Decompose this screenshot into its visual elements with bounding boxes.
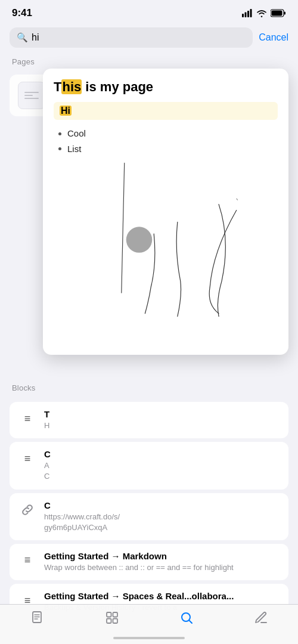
search-input[interactable]: hi (32, 32, 39, 43)
tab-search-icon (179, 611, 194, 627)
bullet-list: Cool List (58, 126, 278, 156)
popup-card: This is my page Hi Cool List (43, 69, 288, 355)
block-icon-2: ≡ (18, 449, 37, 468)
tab-documents-icon (30, 611, 45, 627)
popup-title-after: is my page (82, 79, 153, 94)
status-time: 9:41 (12, 7, 32, 19)
bullet-dot-1 (58, 132, 61, 135)
sketch-area (54, 162, 278, 323)
svg-rect-16 (107, 619, 111, 624)
svg-rect-2 (247, 11, 249, 17)
block-item-link[interactable]: C https://www.craft.do/s/gy6m6pUAYiCxqA (10, 493, 288, 540)
svg-rect-3 (250, 9, 252, 17)
search-icon: 🔍 (17, 32, 28, 43)
home-indicator (113, 637, 185, 639)
bullet-text-cool: Cool (67, 126, 86, 141)
block-sub-2: AC (44, 460, 280, 482)
tab-search[interactable] (169, 611, 204, 627)
pages-list: This is my page Hi This is my page Hi Co… (0, 69, 298, 379)
tab-documents[interactable] (20, 611, 55, 627)
search-bar-container: 🔍 hi Cancel (0, 23, 298, 52)
pages-section-label: Pages (0, 52, 298, 69)
block-title-link: C (44, 500, 280, 510)
svg-rect-0 (242, 14, 244, 17)
page-card-thumbnail (18, 82, 45, 109)
svg-line-7 (122, 163, 125, 293)
result-info-1: Getting Started → Markdown Wrap words be… (44, 551, 280, 573)
block-sub-link: https://www.craft.do/s/gy6m6pUAYiCxqA (44, 512, 280, 533)
blocks-section-label: Blocks (0, 379, 298, 395)
bullet-text-list: List (67, 141, 81, 157)
hi-highlight: Hi (60, 106, 72, 116)
wifi-icon (256, 9, 267, 17)
svg-rect-1 (245, 13, 247, 18)
result-sub-1: Wrap words between :: and :: or == and =… (44, 562, 280, 573)
bullet-item-cool: Cool (58, 126, 278, 141)
popup-title-highlight: his (61, 79, 82, 94)
tab-compose[interactable] (243, 611, 279, 627)
svg-rect-6 (272, 11, 283, 16)
result-icon-1: ≡ (18, 551, 37, 570)
svg-line-9 (237, 199, 238, 200)
result-item-1[interactable]: ≡ Getting Started → Markdown Wrap words … (10, 544, 288, 580)
hi-block: Hi (54, 102, 278, 120)
block-item-1[interactable]: ≡ T H (10, 402, 288, 438)
tab-compose-icon (254, 611, 268, 627)
block-item-2[interactable]: ≡ C AC (10, 442, 288, 489)
status-icons (242, 9, 286, 17)
battery-icon (271, 9, 286, 17)
svg-rect-5 (284, 12, 286, 15)
block-info-2: C AC (44, 449, 280, 482)
block-sub-1: H (44, 420, 280, 431)
bullet-dot-2 (58, 147, 61, 150)
link-icon (18, 500, 37, 519)
svg-line-19 (189, 621, 192, 624)
signal-icon (242, 9, 253, 17)
status-bar: 9:41 (0, 0, 298, 23)
block-info-link: C https://www.craft.do/s/gy6m6pUAYiCxqA (44, 500, 280, 533)
chain-link-icon (21, 503, 34, 516)
block-icon-1: ≡ (18, 409, 37, 428)
sketch-svg (54, 162, 278, 323)
result-title-2: Getting Started → Spaces & Real...ollabo… (44, 591, 280, 601)
block-title-2: C (44, 449, 280, 459)
tab-grid-icon (105, 611, 119, 627)
svg-point-8 (126, 227, 153, 253)
popup-title-before: T (54, 79, 61, 94)
search-bar[interactable]: 🔍 hi (10, 27, 253, 48)
svg-rect-14 (107, 612, 111, 617)
svg-rect-15 (113, 612, 117, 617)
block-title-1: T (44, 409, 280, 419)
blocks-section: ≡ T H ≡ C AC C https://www.craft.do/s/gy… (0, 395, 298, 540)
block-info-1: T H (44, 409, 280, 431)
popup-title: This is my page (54, 79, 278, 95)
cancel-button[interactable]: Cancel (259, 32, 288, 43)
svg-rect-17 (113, 619, 117, 624)
bullet-item-list: List (58, 141, 278, 157)
tab-grid[interactable] (94, 611, 130, 627)
result-title-1: Getting Started → Markdown (44, 551, 280, 561)
